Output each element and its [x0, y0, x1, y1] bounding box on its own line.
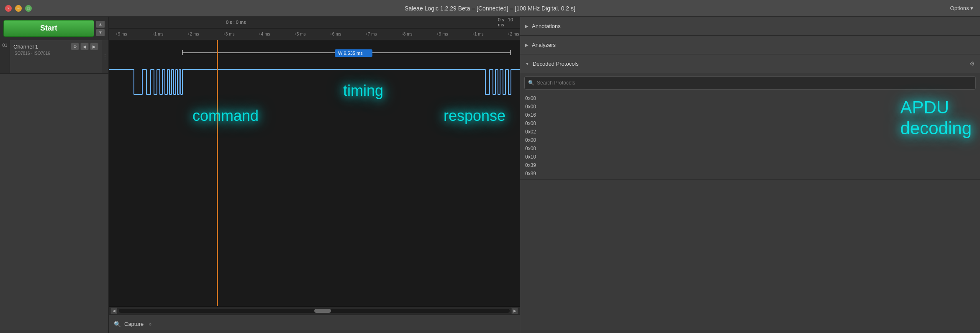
scroll-track[interactable] — [119, 309, 510, 313]
titlebar: × – □ Saleae Logic 1.2.29 Beta – [Connec… — [0, 0, 980, 17]
options-menu[interactable]: Options ▾ — [950, 5, 973, 11]
analyzers-expand-icon: ▶ — [525, 43, 528, 47]
protocol-item-1: 0x00 — [525, 103, 975, 110]
channel-icons: ⚙ ◀ ▶ — [71, 43, 98, 50]
protocol-list: 0x00 0x00 0x16 0x00 0x02 0x00 0x00 0x10 … — [520, 93, 980, 179]
tick-4: +4 ms — [259, 32, 270, 36]
search-bar: 🔍 — [524, 76, 976, 90]
decoded-protocols-gear-icon[interactable]: ⚙ — [970, 60, 975, 67]
channel-drag-handle[interactable]: ⋮ — [102, 40, 108, 73]
protocol-item-3: 0x00 — [525, 120, 975, 127]
settings-icon[interactable]: ⚙ — [71, 43, 79, 50]
svg-rect-0 — [109, 40, 520, 306]
channel-number: 01 — [0, 40, 10, 73]
decoded-protocols-section: ▼ Decoded Protocols ⚙ 🔍 0x00 0x00 0x16 0… — [520, 54, 980, 179]
window-controls: × – □ — [5, 5, 32, 12]
annotations-section: ▶ Annotations — [520, 17, 980, 36]
window-title: Saleae Logic 1.2.29 Beta – [Connected] –… — [405, 5, 575, 12]
start-dropdown: ▲ ▼ — [96, 20, 105, 36]
decoded-protocols-expand-icon: ▼ — [525, 61, 529, 66]
protocol-item-6: 0x00 — [525, 145, 975, 152]
search-icon: 🔍 — [528, 80, 534, 86]
protocol-item-5: 0x00 — [525, 136, 975, 144]
protocol-item-8: 0x39 — [525, 161, 975, 169]
protocol-item-2: 0x16 — [525, 111, 975, 119]
capture-label: Capture — [124, 321, 144, 327]
channel-subtitle: ISO7816 - ISO7816 — [13, 51, 98, 56]
protocol-item-7: 0x10 — [525, 153, 975, 161]
right-panel: ▶ Annotations ▶ Analyzers ▼ Decoded Prot… — [520, 17, 980, 333]
annotations-header[interactable]: ▶ Annotations — [520, 17, 980, 35]
timeline-header: 0 s : 0 ms 0 s : 10 ms +9 ms +1 ms +2 ms… — [109, 17, 520, 40]
timeline-label-left: 0 s : 0 ms — [226, 20, 246, 25]
tick-1: +1 ms — [152, 32, 164, 36]
scroll-right-arrow[interactable]: ▶ — [511, 307, 518, 314]
decoded-protocols-title: Decoded Protocols — [533, 61, 966, 67]
tick-11: +2 ms — [508, 32, 519, 36]
waveform-scrollbar[interactable]: ◀ ▶ — [109, 306, 520, 315]
channel-name-row: Channel 1 ⚙ ◀ ▶ — [13, 43, 98, 50]
annotations-title: Annotations — [532, 23, 975, 29]
channel-row: 01 Channel 1 ⚙ ◀ ▶ ISO7816 - ISO7816 ⋮ — [0, 40, 108, 74]
waveform-area: 0 s : 0 ms 0 s : 10 ms +9 ms +1 ms +2 ms… — [109, 17, 520, 333]
svg-text:W 9.535 ms: W 9.535 ms — [338, 51, 363, 56]
protocol-item-0: 0x00 — [525, 95, 975, 102]
minimize-button[interactable]: – — [15, 5, 22, 12]
main-content: Start ▲ ▼ 01 Channel 1 ⚙ ◀ ▶ ISO7816 - I… — [0, 17, 980, 333]
timeline-label-right: 0 s : 10 ms — [498, 17, 520, 27]
tick-9: +9 ms — [436, 32, 448, 36]
analyzers-header[interactable]: ▶ Analyzers — [520, 36, 980, 54]
protocol-item-4: 0x02 — [525, 128, 975, 136]
start-area: Start ▲ ▼ — [0, 17, 108, 40]
timeline-row2: +9 ms +1 ms +2 ms +3 ms +4 ms +5 ms +6 m… — [109, 28, 520, 40]
forward-icon[interactable]: ▶ — [90, 43, 98, 50]
capture-expand-icon[interactable]: » — [149, 321, 151, 327]
analyzers-title: Analyzers — [532, 42, 975, 48]
annotations-expand-icon: ▶ — [525, 24, 528, 28]
scroll-left-arrow[interactable]: ◀ — [110, 307, 117, 314]
waveform-svg: W 9.535 ms — [109, 40, 520, 306]
close-button[interactable]: × — [5, 5, 12, 12]
tick-6: +6 ms — [330, 32, 341, 36]
channel-info: Channel 1 ⚙ ◀ ▶ ISO7816 - ISO7816 — [10, 40, 102, 73]
timeline-row1: 0 s : 0 ms 0 s : 10 ms — [109, 17, 520, 28]
tick-7: +7 ms — [365, 32, 377, 36]
start-button[interactable]: Start — [3, 20, 94, 37]
protocol-list-container: 0x00 0x00 0x16 0x00 0x02 0x00 0x00 0x10 … — [520, 93, 980, 179]
channel-name: Channel 1 — [13, 44, 38, 50]
decoded-protocols-header[interactable]: ▼ Decoded Protocols ⚙ — [520, 54, 980, 73]
capture-search-icon: 🔍 — [114, 321, 121, 328]
search-input[interactable] — [537, 80, 972, 86]
channel-panel-bottom — [0, 74, 108, 333]
tick-0: +9 ms — [115, 32, 127, 36]
tick-5: +5 ms — [294, 32, 306, 36]
back-icon[interactable]: ◀ — [80, 43, 89, 50]
protocol-item-9: 0x39 — [525, 170, 975, 177]
waveform-canvas[interactable]: W 9.535 ms command timing response — [109, 40, 520, 306]
tick-8: +8 ms — [401, 32, 413, 36]
footer: 🔍 Capture » — [109, 315, 520, 333]
tick-2: +2 ms — [187, 32, 199, 36]
cursor-line — [217, 40, 218, 306]
tick-3: +3 ms — [223, 32, 235, 36]
tick-10: +1 ms — [472, 32, 484, 36]
analyzers-section: ▶ Analyzers — [520, 36, 980, 54]
start-up-arrow[interactable]: ▲ — [96, 20, 105, 28]
tick-container: +9 ms +1 ms +2 ms +3 ms +4 ms +5 ms +6 m… — [112, 28, 520, 40]
channel-panel: Start ▲ ▼ 01 Channel 1 ⚙ ◀ ▶ ISO7816 - I… — [0, 17, 109, 333]
start-down-arrow[interactable]: ▼ — [96, 29, 105, 36]
maximize-button[interactable]: □ — [25, 5, 32, 12]
scroll-thumb[interactable] — [314, 309, 331, 313]
